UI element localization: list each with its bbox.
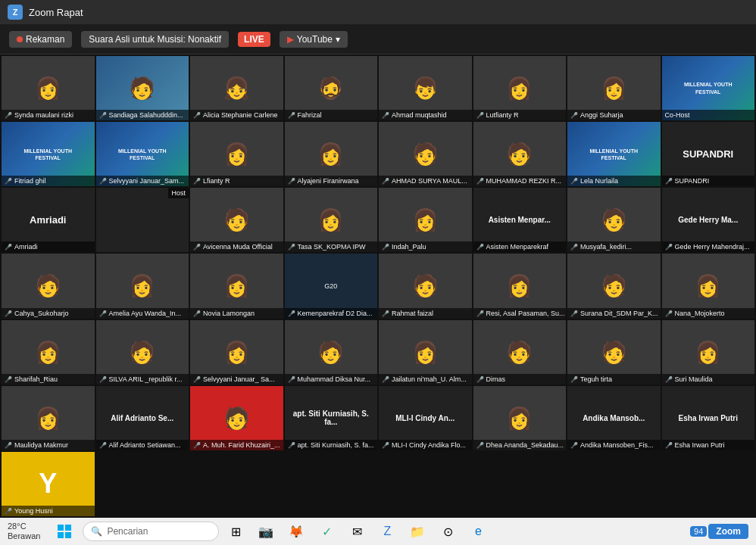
search-icon: 🔍 <box>91 526 102 537</box>
window-title: Zoom Rapat <box>29 7 83 18</box>
participant-label: Rahmat faizal <box>379 308 472 319</box>
tile-fahrizal: 🧔 Fahrizal <box>285 56 378 120</box>
tile-alicia: 👧 Alicia Stephanie Carlene <box>190 56 283 120</box>
task-view-button[interactable]: ⊞ <box>222 519 249 543</box>
participant-label: Indah_Palu <box>379 241 472 252</box>
tile-cahya: 🧑 Cahya_Sukoharjo <box>2 254 95 318</box>
mic-icon <box>476 375 484 383</box>
mic-icon <box>665 243 673 251</box>
zoom-taskbar-button[interactable]: Z <box>373 519 401 543</box>
participant-label: Alyajeni Firanirwana <box>285 176 378 186</box>
mic-icon <box>99 310 107 317</box>
participant-label: MUHAMMAD REZKI R... <box>473 176 567 186</box>
participant-label: Ahmad muqtashid <box>379 110 472 120</box>
edge-button[interactable]: e <box>464 519 492 543</box>
zoom-status[interactable]: Zoom <box>708 524 748 539</box>
firefox-button[interactable]: 🦊 <box>283 519 310 543</box>
tile-indah: 👩 Indah_Palu <box>379 188 472 252</box>
record-button[interactable]: Rekaman <box>9 31 72 48</box>
mic-icon <box>288 375 295 383</box>
g20-badge: G20 <box>321 279 340 293</box>
mic-icon <box>570 310 578 317</box>
participant-label: Selvyyani Januar_ Sa... <box>190 374 283 385</box>
banner-content: MILLENIAL YOUTHFESTIVAL <box>588 146 639 163</box>
windows-icon <box>58 525 71 538</box>
mic-icon <box>99 111 107 119</box>
participant-label: Gede Herry Mahendraj... <box>662 241 755 252</box>
mute-audio-button[interactable]: Suara Asli untuk Musisi: Nonaktif <box>81 31 229 48</box>
mic-icon <box>5 310 12 317</box>
weather-display: 28°C Berawan <box>8 522 40 541</box>
tile-supandri: SUPANDRI SUPANDRI <box>662 122 755 186</box>
svg-rect-0 <box>58 525 64 531</box>
mic-icon <box>665 375 673 383</box>
mic-icon <box>288 243 295 251</box>
tile-lela: MILLENIAL YOUTHFESTIVAL Lela Nurlaila <box>567 122 661 186</box>
participant-label: Sandiaga Salahudddin... <box>96 110 189 120</box>
video-grid: 👩 Synda maulani rizki 🧑 Sandiaga Salahud… <box>0 54 756 518</box>
participant-label: Fitriad ghil <box>2 176 95 186</box>
mic-icon <box>665 177 673 185</box>
participant-label: A. Muh. Farid Khuzairi_... <box>190 440 283 450</box>
chrome-button[interactable]: ⊙ <box>434 519 461 543</box>
mic-icon <box>5 441 12 449</box>
files-button[interactable]: 📁 <box>404 519 431 543</box>
tile-suri: 👩 Suri Maulida <box>662 320 755 385</box>
participant-label: Teguh tirta <box>567 374 661 385</box>
participant-label: Synda maulani rizki <box>2 110 95 120</box>
participant-label: Dimas <box>473 374 567 385</box>
tile-silva: 🧑 SILVA ARIL _republik r... <box>96 320 189 385</box>
participant-label: Amelia Ayu Wanda_In... <box>96 308 189 319</box>
mic-icon <box>665 310 673 317</box>
mic-icon <box>193 177 201 185</box>
mic-icon <box>5 177 12 185</box>
participant-label: Co-Host <box>662 110 755 120</box>
participant-label: Surana Dit_SDM Par_K... <box>567 308 661 319</box>
search-bar[interactable]: 🔍 Pencarian <box>83 522 219 541</box>
participant-name-display: Amriadi <box>27 211 69 229</box>
host-badge: Host <box>168 188 189 198</box>
mic-icon <box>193 310 201 317</box>
participant-label: Jailatun ni'mah_U. Alm... <box>379 374 472 385</box>
tile-rahmat: 🧑 Rahmat faizal <box>379 254 472 318</box>
camera-icon: 📷 <box>258 525 273 539</box>
mic-icon <box>476 243 484 251</box>
check-button[interactable]: ✓ <box>313 519 340 543</box>
participant-label: Asisten Menparekraf <box>473 241 567 252</box>
participant-label: Nana_Mojokerto <box>662 308 755 319</box>
svg-rect-2 <box>58 532 64 538</box>
weather-condition: Berawan <box>8 531 40 541</box>
participant-label: SILVA ARIL _republik r... <box>96 374 189 385</box>
participant-name-display: Andika Mansob... <box>579 411 648 425</box>
participant-label: Maulidya Makmur <box>2 440 95 450</box>
tile-ahmad-surya: 🧑 AHMAD SURYA MAUL... <box>379 122 472 186</box>
mic-icon <box>382 243 389 251</box>
mic-icon <box>382 310 389 317</box>
participant-label: Cahya_Sukoharjo <box>2 308 95 319</box>
toolbar: Rekaman Suara Asli untuk Musisi: Nonakti… <box>0 24 756 54</box>
mic-icon <box>476 441 484 449</box>
tile-amelia: 👩 Amelia Ayu Wanda_In... <box>96 254 189 318</box>
zoom-icon: Z <box>384 525 392 538</box>
tile-muhammad-rezki: 🧑 MUHAMMAD REZKI R... <box>473 122 567 186</box>
tile-sandiaga: 🧑 Sandiaga Salahudddin... <box>96 56 189 120</box>
mail-button[interactable]: ✉ <box>343 519 370 543</box>
tile-lfianty: 👩 Lfianty R <box>190 122 283 186</box>
participant-label: Suri Maulida <box>662 374 755 385</box>
participant-label: Lfianty R <box>190 176 283 186</box>
participant-label: Young Husni <box>2 506 95 516</box>
participant-label: Alicia Stephanie Carlene <box>190 110 283 120</box>
participant-label: Dhea Ananda_Sekadau... <box>473 440 567 450</box>
tile-alyajeni: 👩 Alyajeni Firanirwana <box>285 122 378 186</box>
youtube-button[interactable]: ▶ YouTube ▾ <box>280 31 348 48</box>
participant-label: Kemenparekraf D2 Dia... <box>285 308 378 319</box>
mic-icon <box>570 177 578 185</box>
mic-icon <box>665 441 673 449</box>
start-button[interactable] <box>49 519 80 543</box>
camera-button[interactable]: 📷 <box>252 519 280 543</box>
mic-icon <box>5 111 12 119</box>
mic-icon <box>288 310 295 317</box>
titlebar: Z Zoom Rapat <box>0 0 756 24</box>
participant-name-display: Gede Herry Ma... <box>675 213 741 227</box>
participant-label: Fahrizal <box>285 110 378 120</box>
